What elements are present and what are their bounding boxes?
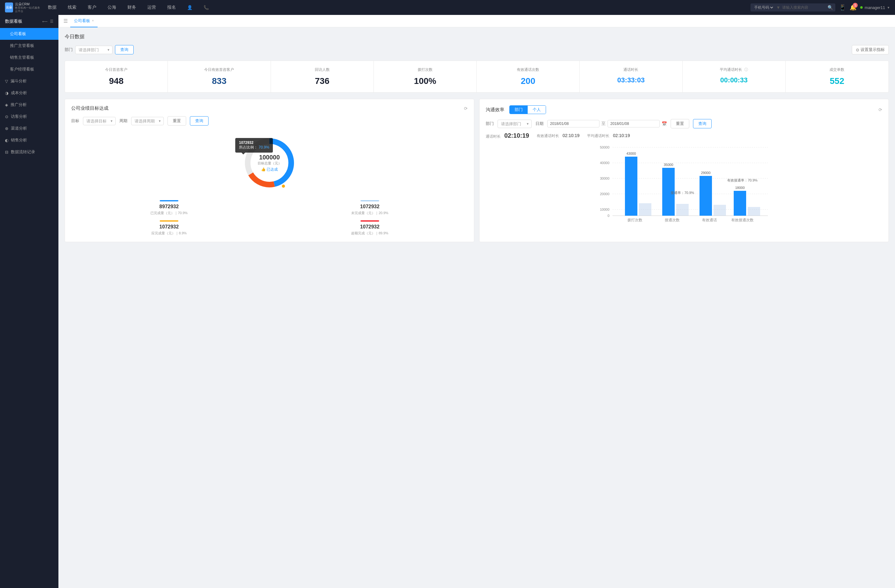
svg-text:10000: 10000 [600,208,610,211]
eff-dept-select[interactable]: 请选择部门 [498,120,532,128]
svg-text:拨打次数: 拨打次数 [627,218,642,222]
promo-icon: ◈ [5,103,8,107]
nav-item-person-icon[interactable]: 👤 [182,0,198,15]
tooltip-value: 1072932 [239,141,269,145]
nav-item-customers[interactable]: 客户 [82,0,102,15]
efficiency-tab-dept[interactable]: 部门 [510,106,528,114]
svg-text:接通率：70.9%: 接通率：70.9% [670,191,694,194]
nav-item-leads[interactable]: 线索 [62,0,82,15]
efficiency-panel: 沟通效率 部门 个人 ⟳ 部门 请选择部门 [479,99,889,242]
goal-stat-bar [361,200,379,202]
goal-period-label: 周期 [119,118,127,124]
nav-items: 数据 线索 客户 公海 财务 运营 报名 👤 📞 [42,0,751,15]
search-input[interactable] [782,3,826,12]
donut-center-label: 目标总量（元） [258,161,282,166]
goal-stat-incomplete: 1072932 未完成量（元）｜20.9% [272,200,468,215]
eff-dept-select-wrapper: 请选择部门 [498,120,532,128]
main-content: ☰ 公司看板 × 今日数据 部门 请选择部门 [58,15,895,588]
nav-item-data[interactable]: 数据 [42,0,62,15]
sidebar-group-label: 数据流转记录 [11,149,35,155]
tab-bar-menu-icon[interactable]: ☰ [64,18,68,24]
nav-item-ops[interactable]: 运营 [142,0,162,15]
stat-item-revisit: 回访人数 736 [271,61,374,92]
stat-value: 03:33:03 [584,76,677,84]
eff-query-button[interactable]: 查询 [693,119,711,128]
svg-text:接通次数: 接通次数 [665,218,680,222]
logo-text: 云朵CRM 教育机构一站式服务云平台 [15,2,42,13]
sidebar-group-sales[interactable]: ◐ 销售分析 [0,134,58,146]
stat-value: 736 [276,76,369,86]
notification-button[interactable]: 🔔 5 [849,4,857,11]
nav-right: 手机号码 ▼ 🔍 📱 🔔 5 manager11 ▼ [751,3,890,12]
nav-item-finance[interactable]: 财务 [122,0,142,15]
tablet-icon[interactable]: 📱 [839,4,846,11]
visitor-icon: ⊙ [5,114,8,119]
goal-query-button[interactable]: 查询 [190,116,209,126]
svg-text:18000: 18000 [735,186,745,189]
sidebar-group-label: 渠道分析 [11,126,27,131]
goal-stat-label: 已完成量（元）｜70.9% [71,211,267,215]
svg-text:有效通话: 有效通话 [702,218,717,222]
efficiency-refresh-icon[interactable]: ⟳ [878,107,882,112]
date-to-input[interactable] [608,120,660,127]
goal-target-select-wrapper: 请选择目标 [83,117,115,125]
stat-value: 833 [173,76,265,86]
stat-label: 今日首咨客户 [70,67,162,73]
sidebar-item-sales-board[interactable]: 销售主管看板 [0,52,58,64]
search-type-select[interactable]: 手机号码 [753,5,774,10]
cost-icon: ◑ [5,91,8,95]
goal-refresh-icon[interactable]: ⟳ [464,106,468,111]
user-info[interactable]: manager11 ▼ [860,5,890,10]
eff-reset-button[interactable]: 重置 [670,119,689,128]
date-range: 至 📅 [547,120,667,127]
bar-valid-connected-2 [748,207,760,216]
sidebar-group-channel[interactable]: ⊛ 渠道分析 [0,123,58,134]
today-query-button[interactable]: 查询 [115,45,133,55]
svg-text:0: 0 [608,214,610,218]
top-navigation: 云朵 云朵CRM 教育机构一站式服务云平台 数据 线索 客户 公海 财务 运营 … [0,0,895,15]
sidebar-group-promo[interactable]: ◈ 推广分析 [0,99,58,111]
sidebar-item-company-board[interactable]: 公司看板 [0,28,58,40]
funnel-icon: ▽ [5,79,8,83]
nav-item-enrollment[interactable]: 报名 [162,0,182,15]
goal-period-select[interactable]: 请选择周期 [131,117,164,125]
nav-item-phone-icon[interactable]: 📞 [198,0,214,15]
username: manager11 [865,5,885,10]
tooltip-percent: 70.9% [259,145,269,150]
svg-text:有效接通次数: 有效接通次数 [731,218,754,222]
dept-select-wrapper: 请选择部门 [75,46,112,54]
sidebar-item-promoter-board[interactable]: 推广主管看板 [0,40,58,52]
goal-stat-value: 8972932 [71,204,267,209]
sidebar-collapse-icon[interactable]: ⟵ [42,19,47,24]
logo-icon: 云朵 [5,3,13,12]
calendar-icon[interactable]: 📅 [661,121,667,126]
efficiency-tab-person[interactable]: 个人 [528,106,546,114]
sidebar-group-funnel[interactable]: ▽ 漏斗分析 [0,75,58,87]
nav-item-public[interactable]: 公海 [102,0,122,15]
today-filter-row: 部门 请选择部门 查询 ⊙ 设置显示指标 [65,45,889,55]
tab-company-board[interactable]: 公司看板 × [70,15,97,27]
sidebar-section-dashboard: 数据看板 ⟵ ☰ 公司看板 推广主管看板 销售主管看板 客户经理看板 ▽ 漏斗分… [0,15,58,158]
sidebar-group-visitor[interactable]: ⊙ 访客分析 [0,111,58,123]
logo[interactable]: 云朵 云朵CRM 教育机构一站式服务云平台 [5,2,42,13]
sidebar-expand-icon[interactable]: ☰ [50,19,53,24]
sidebar-item-label: 推广主管看板 [10,43,34,48]
dept-select[interactable]: 请选择部门 [75,46,112,54]
tab-close-icon[interactable]: × [92,19,94,23]
goal-reset-button[interactable]: 重置 [167,116,186,126]
goal-target-select[interactable]: 请选择目标 [83,117,115,125]
stat-item-avg-duration: 平均通话时长 ⓘ 00:00:33 [683,61,786,92]
date-from-input[interactable] [547,120,599,127]
stat-item-new-consult: 今日首咨客户 948 [65,61,168,92]
sidebar-group-cost[interactable]: ◑ 成本分析 [0,87,58,99]
sidebar-item-manager-board[interactable]: 客户经理看板 [0,64,58,75]
sidebar-group-label: 销售分析 [11,137,27,143]
stat-value: 200 [482,76,574,86]
goal-panel-header: 公司业绩目标达成 ⟳ [71,105,468,111]
settings-button[interactable]: ⊙ 设置显示指标 [852,45,889,55]
search-icon[interactable]: 🔍 [828,5,833,10]
goal-stat-label: 未完成量（元）｜20.9% [272,211,468,215]
sidebar-group-flow[interactable]: ⊟ 数据流转记录 [0,146,58,158]
svg-text:30000: 30000 [600,177,610,180]
stat-value: 100% [379,76,472,86]
